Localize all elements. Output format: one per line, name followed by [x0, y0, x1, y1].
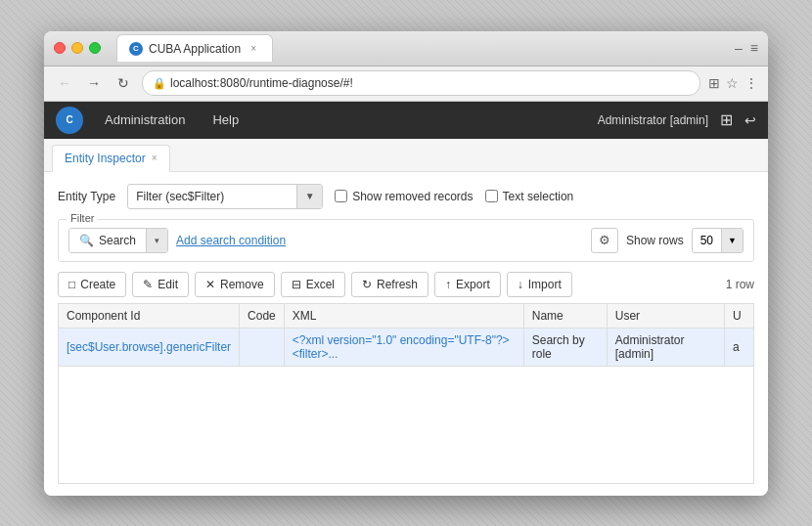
edit-button[interactable]: ✎ Edit: [132, 272, 189, 297]
window-menu-icon[interactable]: ≡: [750, 40, 758, 56]
show-removed-label[interactable]: Show removed records: [335, 190, 473, 203]
tab-favicon: C: [129, 42, 143, 56]
toolbar: □ Create ✎ Edit ✕ Remove ⊟ Excel ↻ Ref: [58, 272, 754, 297]
more-options-icon[interactable]: ⋮: [744, 75, 758, 91]
remove-icon: ✕: [205, 278, 215, 291]
title-bar: C CUBA Application × – ≡: [44, 31, 768, 66]
text-selection-label[interactable]: Text selection: [485, 190, 574, 203]
window-minimize-icon[interactable]: –: [735, 40, 743, 56]
col-name: Name: [523, 303, 607, 328]
user-label: Administrator [admin]: [598, 113, 708, 127]
edit-icon: ✎: [143, 278, 153, 291]
close-button[interactable]: [54, 42, 66, 54]
rows-select-value: 50: [693, 234, 721, 247]
search-dropdown-button[interactable]: ▾: [146, 229, 167, 252]
tabs-row: Entity Inspector ×: [44, 139, 768, 172]
rows-select-arrow[interactable]: ▼: [721, 229, 743, 252]
filter-row: 🔍 Search ▾ Add search condition ⚙ Show r…: [68, 228, 744, 253]
forward-icon: →: [87, 75, 101, 91]
export-button[interactable]: ↑ Export: [434, 272, 501, 297]
address-bar: ← → ↻ 🔒 localhost:8080/runtime-diagnose/…: [44, 66, 768, 102]
col-user: User: [607, 303, 724, 328]
traffic-lights: [54, 42, 101, 54]
content-area: Entity Type Filter (sec$Filter) ▼ Show r…: [44, 172, 768, 496]
import-icon: ↓: [518, 278, 523, 291]
search-dropdown-arrow: ▾: [155, 236, 159, 245]
tab-close-btn[interactable]: ×: [247, 42, 260, 56]
tab-title: CUBA Application: [149, 42, 241, 56]
tab-page-close[interactable]: ×: [152, 153, 158, 163]
page-content: Entity Inspector × Entity Type Filter (s…: [44, 139, 768, 496]
col-u: U: [725, 303, 754, 328]
search-icon: 🔍: [79, 234, 94, 247]
maximize-button[interactable]: [89, 42, 101, 54]
app-logo: C: [56, 107, 83, 134]
empty-row: [59, 366, 754, 483]
gear-icon: ⚙: [599, 233, 610, 247]
filter-section: Filter 🔍 Search ▾ Add search condition: [58, 219, 754, 262]
browser-actions: ⊞ ☆ ⋮: [708, 75, 758, 91]
logout-icon[interactable]: ↩: [744, 112, 756, 128]
minimize-button[interactable]: [71, 42, 83, 54]
remove-button[interactable]: ✕ Remove: [195, 272, 275, 297]
cell-xml: <?xml version="1.0" encoding="UTF-8"?> <…: [284, 328, 523, 366]
entity-type-row: Entity Type Filter (sec$Filter) ▼ Show r…: [58, 184, 754, 209]
entity-type-select[interactable]: Filter (sec$Filter) ▼: [127, 184, 323, 209]
nav-help[interactable]: Help: [199, 102, 252, 139]
add-search-condition-link[interactable]: Add search condition: [176, 234, 286, 247]
browser-window: C CUBA Application × – ≡ ← → ↻ 🔒 localho…: [44, 31, 768, 496]
window-controls: – ≡: [735, 40, 758, 56]
search-btn-group: 🔍 Search ▾: [68, 228, 168, 253]
url-bar[interactable]: 🔒 localhost:8080/runtime-diagnose/#!: [142, 70, 700, 96]
rows-select[interactable]: 50 ▼: [692, 228, 744, 253]
nav-administration[interactable]: Administration: [91, 102, 199, 139]
cell-code: [240, 328, 285, 366]
back-button[interactable]: ←: [54, 72, 75, 94]
cell-name: Search by role: [523, 328, 607, 366]
show-rows-label: Show rows: [626, 234, 684, 247]
row-count: 1 row: [726, 278, 754, 291]
back-icon: ←: [58, 75, 71, 91]
tab-label: Entity Inspector: [65, 152, 146, 165]
entity-type-arrow[interactable]: ▼: [296, 185, 322, 208]
app-navbar: C Administration Help Administrator [adm…: [44, 102, 768, 139]
forward-button[interactable]: →: [83, 72, 105, 94]
excel-button[interactable]: ⊟ Excel: [281, 272, 345, 297]
cell-component-id: [sec$User.browse].genericFilter: [59, 328, 240, 366]
entity-type-label: Entity Type: [58, 190, 115, 203]
bookmark-icon[interactable]: ⊞: [708, 75, 720, 91]
browser-tab[interactable]: C CUBA Application ×: [116, 34, 273, 62]
refresh-nav-icon: ↻: [117, 75, 129, 91]
text-selection-checkbox[interactable]: [485, 190, 498, 202]
table-row[interactable]: [sec$User.browse].genericFilter <?xml ve…: [59, 328, 754, 366]
gear-button[interactable]: ⚙: [591, 228, 618, 253]
filter-right: ⚙ Show rows 50 ▼: [591, 228, 744, 253]
nav-right: Administrator [admin] ⊞ ↩: [598, 110, 756, 129]
tab-bar: C CUBA Application ×: [116, 34, 735, 62]
entity-type-value: Filter (sec$Filter): [128, 190, 296, 203]
grid-icon[interactable]: ⊞: [720, 110, 733, 129]
search-button[interactable]: 🔍 Search: [69, 229, 146, 252]
nav-items: Administration Help: [91, 102, 252, 139]
refresh-nav-button[interactable]: ↻: [113, 72, 134, 94]
col-component-id: Component Id: [59, 303, 240, 328]
show-removed-checkbox[interactable]: [335, 190, 347, 202]
refresh-button[interactable]: ↻ Refresh: [351, 272, 429, 297]
excel-icon: ⊟: [292, 278, 301, 291]
logo-text: C: [66, 114, 72, 125]
url-text: localhost:8080/runtime-diagnose/#!: [170, 76, 353, 90]
create-button[interactable]: □ Create: [58, 272, 126, 297]
col-code: Code: [240, 303, 285, 328]
col-xml: XML: [284, 303, 523, 328]
export-icon: ↑: [445, 278, 451, 291]
refresh-icon: ↻: [362, 278, 372, 291]
data-table: Component Id Code XML Name User U [sec$U…: [58, 303, 754, 484]
lock-icon: 🔒: [153, 77, 166, 90]
import-button[interactable]: ↓ Import: [507, 272, 572, 297]
filter-legend: Filter: [67, 212, 98, 224]
star-icon[interactable]: ☆: [726, 75, 739, 91]
cell-u: a: [725, 328, 754, 366]
tab-entity-inspector[interactable]: Entity Inspector ×: [52, 145, 170, 172]
cell-user: Administrator [admin]: [607, 328, 724, 366]
create-icon: □: [68, 278, 75, 291]
